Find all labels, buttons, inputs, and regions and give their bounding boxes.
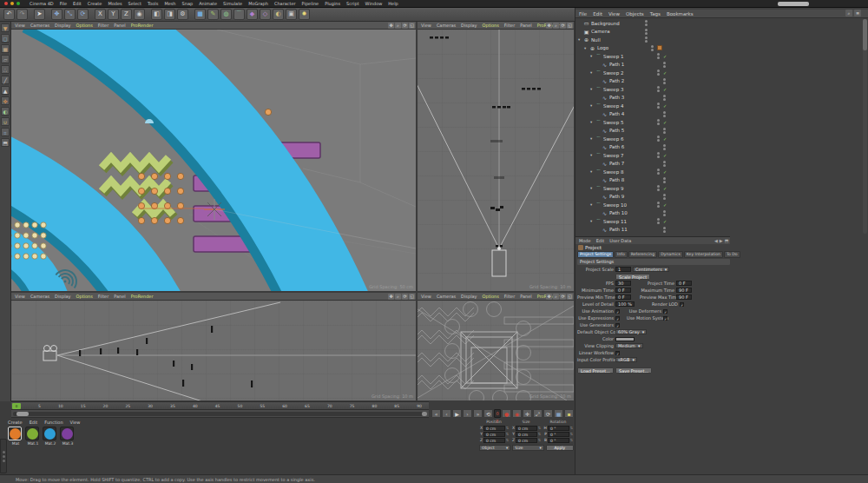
toggle-view-icon[interactable]: ◱: [567, 23, 573, 29]
visibility-dots[interactable]: [657, 202, 660, 208]
object-manager-menu-item[interactable]: View: [608, 11, 620, 17]
visibility-dots[interactable]: [645, 29, 648, 35]
object-row[interactable]: ▾ ⊕ Logo: [575, 44, 862, 53]
toggle-view-icon[interactable]: ◱: [567, 294, 573, 300]
snap-button[interactable]: ∪: [1, 117, 10, 126]
menu-item[interactable]: Cinema 4D: [30, 0, 54, 8]
visibility-dots[interactable]: [657, 103, 660, 109]
size-y-field[interactable]: 0 cm: [516, 432, 537, 437]
viewport-menu-item[interactable]: Display: [55, 293, 70, 301]
object-row[interactable]: ∿ Path 6: [575, 143, 862, 152]
object-row[interactable]: ▾ ⌒ Sweep 7 ✓: [575, 151, 862, 160]
history-back-icon[interactable]: ◀: [714, 238, 718, 243]
color-swatch[interactable]: [615, 337, 635, 341]
object-row[interactable]: ▾ ⌒ Sweep 8 ✓: [575, 168, 862, 176]
enabled-check-icon[interactable]: ✓: [663, 153, 667, 158]
visibility-dots[interactable]: [663, 194, 666, 200]
object-row[interactable]: ∿ Path 9: [575, 193, 862, 202]
menu-item[interactable]: Select: [128, 0, 141, 8]
perspective-scene[interactable]: Grid Spacing: 50 cm: [11, 30, 416, 291]
current-frame-field[interactable]: 0 F: [494, 409, 501, 418]
enabled-check-icon[interactable]: ✓: [663, 103, 667, 109]
zoom-view-icon[interactable]: ⌕: [395, 23, 401, 29]
viewport-menu-item[interactable]: Options: [76, 293, 93, 301]
add-light-button[interactable]: ✹: [299, 9, 310, 20]
object-row[interactable]: ∿ Path 2: [575, 77, 862, 86]
menu-item[interactable]: Mesh: [164, 0, 175, 8]
position-z-field[interactable]: 0 cm: [483, 438, 505, 443]
scale-project-button[interactable]: Scale Project: [615, 274, 650, 280]
level-of-detail-field[interactable]: 100 %: [615, 301, 635, 307]
visibility-dots[interactable]: [657, 53, 660, 59]
coords-mode-dropdown[interactable]: Object▾: [479, 445, 510, 451]
autokey-button[interactable]: ◉: [512, 409, 522, 418]
project-scale-field[interactable]: 1: [615, 267, 631, 272]
viewport-menu-item[interactable]: Filter: [504, 22, 515, 30]
visibility-dots[interactable]: [657, 169, 660, 175]
object-row[interactable]: ▾ ⌒ Sweep 9 ✓: [575, 184, 862, 193]
object-row[interactable]: ∿ Path 5: [575, 127, 862, 136]
scale-tool[interactable]: ⤡: [64, 9, 76, 20]
menu-item[interactable]: Snap: [182, 0, 194, 8]
object-row[interactable]: ▾ ⌒ Sweep 2 ✓: [575, 69, 862, 77]
attribute-tab[interactable]: Project Settings: [577, 251, 614, 258]
rotate-view-icon[interactable]: ⟳: [402, 294, 408, 300]
visibility-dots[interactable]: [657, 136, 660, 142]
section-header[interactable]: Project Settings: [577, 259, 730, 265]
lock-z-axis-button[interactable]: Z: [121, 9, 132, 20]
menu-item[interactable]: Edit: [73, 0, 82, 8]
pan-view-icon[interactable]: ✥: [388, 294, 394, 300]
object-row[interactable]: ▾ ⌒ Sweep 4 ✓: [575, 102, 862, 110]
project-time-field[interactable]: 0 F: [676, 281, 692, 286]
render-view-button[interactable]: ◧: [151, 9, 162, 20]
viewport-menu-item[interactable]: Cameras: [30, 22, 49, 30]
goto-start-button[interactable]: «: [431, 409, 441, 418]
model-mode-button[interactable]: ◻: [1, 34, 10, 43]
record-keyframe-button[interactable]: ●: [502, 409, 511, 418]
viewport-menu-item[interactable]: View: [15, 293, 25, 301]
add-mograph-button[interactable]: ◆: [247, 9, 258, 20]
visibility-dots[interactable]: [645, 20, 648, 26]
lock-workplane-button[interactable]: ⬒: [1, 138, 10, 147]
object-row[interactable]: ▾ ⌒ Sweep 11 ✓: [575, 217, 862, 226]
minimum-time-field[interactable]: 0 F: [615, 288, 631, 293]
visibility-dots[interactable]: [663, 62, 666, 68]
add-spline-button[interactable]: ✎: [207, 9, 219, 20]
enabled-check-icon[interactable]: ✓: [663, 120, 667, 125]
visibility-dots[interactable]: [663, 144, 666, 150]
visibility-dots[interactable]: [663, 227, 666, 233]
viewport-menu-item[interactable]: ProRender: [131, 22, 154, 30]
viewport-menu-item[interactable]: Panel: [114, 293, 126, 301]
key-scale-button[interactable]: ⤢: [533, 409, 542, 418]
zoom-view-icon[interactable]: ⌕: [553, 23, 559, 29]
separator[interactable]: [190, 9, 193, 20]
timeline-playhead[interactable]: 0: [12, 403, 21, 409]
separator[interactable]: [147, 9, 149, 20]
render-lod-checkbox[interactable]: ✓: [680, 302, 684, 307]
object-manager-menu-item[interactable]: Objects: [626, 11, 644, 17]
object-row[interactable]: ▾ ⌒ Sweep 1 ✓: [575, 52, 862, 61]
menu-item[interactable]: Create: [88, 0, 102, 8]
range-handle[interactable]: [16, 412, 29, 416]
load-preset-button[interactable]: Load Preset...: [577, 367, 614, 374]
visibility-dots[interactable]: [657, 119, 660, 125]
enabled-check-icon[interactable]: ✓: [663, 70, 667, 76]
project-scale-unit-dropdown[interactable]: Centimeters▾: [633, 267, 669, 272]
front-view-scene[interactable]: Grid Spacing: 10 m: [418, 301, 574, 400]
default-object-color-dropdown[interactable]: 60% Gray▾: [615, 329, 647, 334]
visibility-dots[interactable]: [657, 69, 660, 76]
visibility-dots[interactable]: [663, 111, 666, 117]
am-menu-mode[interactable]: Mode: [579, 238, 591, 243]
material-item[interactable]: Mat.2: [43, 427, 58, 446]
option-checkbox[interactable]: ✓: [615, 309, 620, 314]
key-pla-button[interactable]: ▪: [564, 409, 574, 418]
rotation-h-field[interactable]: 0 °: [548, 426, 569, 431]
material-item[interactable]: Mat.3: [60, 427, 76, 446]
visibility-dots[interactable]: [663, 210, 666, 216]
object-manager-menu-item[interactable]: Edit: [593, 11, 602, 17]
toggle-view-icon[interactable]: ◱: [409, 294, 415, 300]
enabled-check-icon[interactable]: ✓: [663, 169, 667, 175]
object-manager-menu-item[interactable]: Bookmarks: [667, 11, 694, 17]
menu-item[interactable]: Animate: [199, 0, 217, 8]
object-manager-menu-item[interactable]: File: [579, 11, 587, 17]
